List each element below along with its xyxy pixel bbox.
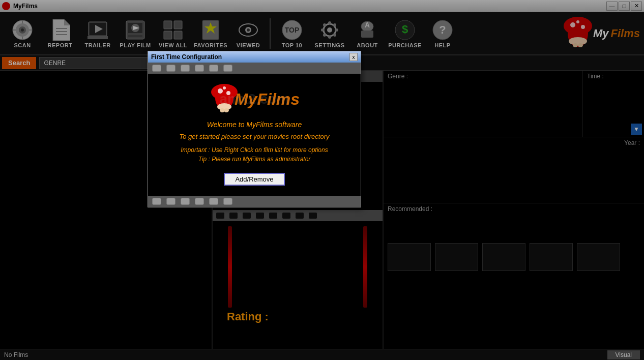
recommended-header: Recommended : <box>388 205 640 213</box>
svg-point-35 <box>328 21 331 24</box>
svg-rect-21 <box>128 35 142 37</box>
film-hole <box>152 65 161 72</box>
film-hole <box>209 65 218 72</box>
svg-point-53 <box>570 22 575 27</box>
svg-rect-24 <box>164 31 172 39</box>
toolbar-settings[interactable]: SETTINGS <box>311 14 348 53</box>
svg-point-55 <box>576 20 579 23</box>
svg-point-59 <box>211 84 238 100</box>
scan-icon <box>11 19 34 41</box>
status-text: No Films <box>4 351 28 358</box>
title-bar: MyFilms — □ ✕ <box>0 0 644 12</box>
visual-button[interactable]: Visual <box>607 350 640 359</box>
film-hole <box>308 212 317 219</box>
trailer-label: TRAILER <box>84 42 110 48</box>
app-icon <box>2 2 10 10</box>
maximize-button[interactable]: □ <box>619 2 630 11</box>
svg-point-52 <box>569 37 587 45</box>
film-hole <box>181 198 190 205</box>
dialog-logo-area: MyFilms amx2.com <box>158 84 350 114</box>
view-all-label: VIEW ALL <box>159 42 187 48</box>
top10-label: TOP 10 <box>282 42 303 48</box>
genre-time-section: Genre : Time : ▼ <box>384 71 644 137</box>
time-dropdown-btn[interactable]: ▼ <box>631 124 642 135</box>
svg-point-3 <box>21 28 24 32</box>
viewed-label: VIEWED <box>237 42 260 48</box>
close-button[interactable]: ✕ <box>631 2 642 11</box>
tip-text: Tip : Please run MyFilms as administrato… <box>158 156 350 163</box>
svg-point-34 <box>327 27 332 33</box>
svg-point-57 <box>578 43 583 47</box>
time-header: Time : <box>587 73 640 80</box>
svg-point-62 <box>226 91 230 95</box>
film-hole <box>255 212 265 219</box>
mushroom-logo <box>558 16 598 51</box>
view-all-icon <box>162 19 184 41</box>
dialog-titlebar: First Time Configuration x <box>148 51 361 63</box>
genre-section: Genre : <box>384 71 583 137</box>
film-hole <box>223 198 232 205</box>
svg-point-65 <box>224 108 229 112</box>
svg-point-36 <box>328 36 331 39</box>
recommended-section: Recommended : <box>384 203 644 349</box>
important-text: Important : Use Right Click on film list… <box>158 146 350 154</box>
film-hole <box>195 65 204 72</box>
toolbar-scan[interactable]: SCAN <box>4 14 41 53</box>
svg-point-41 <box>333 23 336 26</box>
film-hole <box>229 212 238 219</box>
toolbar-help[interactable]: ? HELP <box>424 14 461 53</box>
toolbar-separator <box>270 18 271 49</box>
dialog-film-strip-bottom <box>148 196 361 207</box>
favorites-icon <box>199 19 222 41</box>
svg-marker-8 <box>53 19 70 41</box>
svg-point-42 <box>323 34 326 37</box>
svg-rect-44 <box>361 31 373 38</box>
play-film-icon <box>124 19 147 41</box>
add-remove-button[interactable]: Add/Remove <box>224 173 284 186</box>
svg-point-37 <box>321 28 324 32</box>
viewed-icon <box>237 19 259 41</box>
svg-rect-23 <box>174 21 182 29</box>
status-bar: No Films Visual <box>0 349 644 360</box>
film-hole <box>282 212 291 219</box>
toolbar-viewed[interactable]: VIEWED <box>230 14 267 53</box>
svg-point-38 <box>335 28 338 32</box>
toolbar-favorites[interactable]: FAVORITES <box>192 14 229 53</box>
toolbar-about[interactable]: A ABOUT <box>349 14 386 53</box>
toolbar-purchase[interactable]: $ PURCHASE <box>387 14 423 53</box>
svg-point-56 <box>573 43 578 47</box>
time-section: Time : ▼ <box>583 71 644 137</box>
help-label: HELP <box>434 42 450 48</box>
toolbar-trailer[interactable]: TRAILER <box>79 14 116 53</box>
rec-thumb-5 <box>577 243 620 271</box>
toolbar-play-film[interactable]: PLAY FILM <box>117 14 154 53</box>
report-label: REPORT <box>48 42 73 48</box>
rec-thumb-3 <box>482 243 525 271</box>
brand: MyFilms <box>593 27 640 40</box>
film-hole <box>181 65 190 72</box>
search-button[interactable]: Search <box>2 57 36 69</box>
rec-thumb-2 <box>435 243 478 271</box>
title-bar-controls: — □ ✕ <box>606 2 642 11</box>
about-label: ABOUT <box>357 42 378 48</box>
purchase-icon: $ <box>394 19 416 41</box>
rec-thumb-1 <box>388 243 431 271</box>
play-film-label: PLAY FILM <box>120 42 151 48</box>
minimize-button[interactable]: — <box>606 2 618 11</box>
film-hole <box>209 198 218 205</box>
svg-text:TOP: TOP <box>285 26 300 34</box>
toolbar-view-all[interactable]: VIEW ALL <box>155 14 191 53</box>
dialog-close-button[interactable]: x <box>349 53 358 61</box>
toolbar-top10[interactable]: TOP TOP 10 <box>274 14 310 53</box>
report-icon <box>49 19 71 41</box>
svg-point-39 <box>323 23 326 26</box>
film-hole <box>166 65 175 72</box>
dialog-title: First Time Configuration <box>151 53 222 61</box>
genre-header: Genre : <box>388 73 578 80</box>
toolbar-report[interactable]: REPORT <box>42 14 78 53</box>
film-hole <box>216 212 225 219</box>
scan-label: SCAN <box>14 42 31 48</box>
film-strip-bottom <box>213 210 383 221</box>
rating-label: Rating : <box>227 310 269 323</box>
toolbar: SCAN REPORT <box>0 12 644 55</box>
